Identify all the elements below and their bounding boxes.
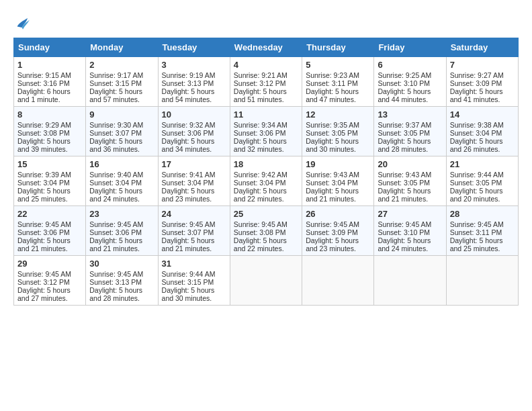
daylight: Daylight: 5 hours and 51 minutes. xyxy=(234,87,287,103)
daylight: Daylight: 5 hours and 36 minutes. xyxy=(89,137,142,153)
day-number: 14 xyxy=(450,109,515,120)
sunrise: Sunrise: 9:23 AM xyxy=(306,71,359,79)
day-number: 30 xyxy=(89,259,154,269)
sunrise: Sunrise: 9:45 AM xyxy=(89,270,143,278)
sunset: Sunset: 3:12 PM xyxy=(17,278,70,286)
daylight: Daylight: 5 hours and 32 minutes. xyxy=(234,137,287,153)
calendar-cell xyxy=(230,256,302,306)
sunrise: Sunrise: 9:42 AM xyxy=(234,171,287,179)
sunrise: Sunrise: 9:44 AM xyxy=(162,270,216,278)
sunset: Sunset: 3:06 PM xyxy=(89,228,142,236)
day-number: 18 xyxy=(234,159,298,169)
calendar-cell xyxy=(446,256,518,306)
calendar-cell: 17Sunrise: 9:41 AMSunset: 3:04 PMDayligh… xyxy=(158,156,230,206)
sunset: Sunset: 3:16 PM xyxy=(17,79,70,87)
page-header xyxy=(13,13,519,32)
logo-icon xyxy=(13,13,32,32)
sunset: Sunset: 3:09 PM xyxy=(450,79,502,87)
day-number: 12 xyxy=(306,109,370,120)
day-number: 17 xyxy=(162,159,226,169)
calendar-cell: 10Sunrise: 9:32 AMSunset: 3:06 PMDayligh… xyxy=(158,107,230,156)
sunrise: Sunrise: 9:37 AM xyxy=(378,121,431,129)
sunrise: Sunrise: 9:43 AM xyxy=(378,171,431,179)
calendar-cell: 13Sunrise: 9:37 AMSunset: 3:05 PMDayligh… xyxy=(374,107,446,156)
calendar-cell: 5Sunrise: 9:23 AMSunset: 3:11 PMDaylight… xyxy=(302,57,374,107)
week-row-3: 15Sunrise: 9:39 AMSunset: 3:04 PMDayligh… xyxy=(14,156,519,206)
sunrise: Sunrise: 9:30 AM xyxy=(89,121,143,129)
sunrise: Sunrise: 9:43 AM xyxy=(306,171,359,179)
sunset: Sunset: 3:10 PM xyxy=(378,79,430,87)
calendar-cell: 29Sunrise: 9:45 AMSunset: 3:12 PMDayligh… xyxy=(14,256,86,306)
daylight: Daylight: 5 hours and 21 minutes. xyxy=(162,236,215,253)
daylight: Daylight: 5 hours and 21 minutes. xyxy=(306,187,359,203)
sunrise: Sunrise: 9:27 AM xyxy=(450,71,504,79)
header-monday: Monday xyxy=(86,38,158,57)
sunrise: Sunrise: 9:45 AM xyxy=(17,220,71,228)
week-row-1: 1Sunrise: 9:15 AMSunset: 3:16 PMDaylight… xyxy=(14,57,519,107)
calendar-cell: 28Sunrise: 9:45 AMSunset: 3:11 PMDayligh… xyxy=(446,206,518,256)
sunrise: Sunrise: 9:25 AM xyxy=(378,71,431,79)
daylight: Daylight: 5 hours and 21 minutes. xyxy=(17,236,71,253)
calendar-cell: 11Sunrise: 9:34 AMSunset: 3:06 PMDayligh… xyxy=(230,107,302,156)
sunset: Sunset: 3:06 PM xyxy=(17,228,70,236)
calendar-cell xyxy=(374,256,446,306)
sunrise: Sunrise: 9:45 AM xyxy=(450,220,504,228)
calendar-cell: 25Sunrise: 9:45 AMSunset: 3:08 PMDayligh… xyxy=(230,206,302,256)
sunset: Sunset: 3:07 PM xyxy=(89,129,142,137)
calendar-cell: 23Sunrise: 9:45 AMSunset: 3:06 PMDayligh… xyxy=(86,206,158,256)
sunset: Sunset: 3:05 PM xyxy=(378,179,430,187)
day-number: 28 xyxy=(450,209,515,219)
sunrise: Sunrise: 9:29 AM xyxy=(17,121,71,129)
calendar-cell: 27Sunrise: 9:45 AMSunset: 3:10 PMDayligh… xyxy=(374,206,446,256)
sunrise: Sunrise: 9:35 AM xyxy=(306,121,359,129)
sunrise: Sunrise: 9:41 AM xyxy=(162,171,216,179)
day-number: 13 xyxy=(378,109,442,120)
sunrise: Sunrise: 9:38 AM xyxy=(450,121,504,129)
header-friday: Friday xyxy=(374,38,446,57)
daylight: Daylight: 5 hours and 21 minutes. xyxy=(89,236,142,253)
daylight: Daylight: 5 hours and 54 minutes. xyxy=(162,87,215,103)
calendar-cell: 21Sunrise: 9:44 AMSunset: 3:05 PMDayligh… xyxy=(446,156,518,206)
calendar-cell: 1Sunrise: 9:15 AMSunset: 3:16 PMDaylight… xyxy=(14,57,86,107)
sunset: Sunset: 3:12 PM xyxy=(234,79,286,87)
calendar-cell: 7Sunrise: 9:27 AMSunset: 3:09 PMDaylight… xyxy=(446,57,518,107)
header-thursday: Thursday xyxy=(302,38,374,57)
sunset: Sunset: 3:04 PM xyxy=(17,179,70,187)
day-number: 2 xyxy=(89,60,154,70)
day-number: 19 xyxy=(306,159,370,169)
day-number: 29 xyxy=(17,259,82,269)
daylight: Daylight: 5 hours and 57 minutes. xyxy=(89,87,142,103)
daylight: Daylight: 5 hours and 44 minutes. xyxy=(378,87,431,103)
calendar-cell: 12Sunrise: 9:35 AMSunset: 3:05 PMDayligh… xyxy=(302,107,374,156)
day-number: 5 xyxy=(306,60,370,70)
sunrise: Sunrise: 9:34 AM xyxy=(234,121,287,129)
day-number: 6 xyxy=(378,60,442,70)
sunrise: Sunrise: 9:45 AM xyxy=(306,220,359,228)
daylight: Daylight: 5 hours and 24 minutes. xyxy=(378,236,431,253)
calendar-cell: 4Sunrise: 9:21 AMSunset: 3:12 PMDaylight… xyxy=(230,57,302,107)
calendar-cell: 22Sunrise: 9:45 AMSunset: 3:06 PMDayligh… xyxy=(14,206,86,256)
daylight: Daylight: 5 hours and 26 minutes. xyxy=(450,137,503,153)
calendar-cell: 16Sunrise: 9:40 AMSunset: 3:04 PMDayligh… xyxy=(86,156,158,206)
day-number: 7 xyxy=(450,60,515,70)
daylight: Daylight: 5 hours and 28 minutes. xyxy=(378,137,431,153)
sunrise: Sunrise: 9:21 AM xyxy=(234,71,287,79)
calendar-cell xyxy=(302,256,374,306)
sunset: Sunset: 3:06 PM xyxy=(162,129,214,137)
sunrise: Sunrise: 9:19 AM xyxy=(162,71,216,79)
day-number: 21 xyxy=(450,159,515,169)
day-number: 4 xyxy=(234,60,298,70)
day-number: 22 xyxy=(17,209,82,219)
daylight: Daylight: 5 hours and 22 minutes. xyxy=(234,187,287,203)
calendar-cell: 19Sunrise: 9:43 AMSunset: 3:04 PMDayligh… xyxy=(302,156,374,206)
day-number: 11 xyxy=(234,109,298,120)
sunrise: Sunrise: 9:45 AM xyxy=(162,220,216,228)
sunrise: Sunrise: 9:45 AM xyxy=(17,270,71,278)
sunset: Sunset: 3:15 PM xyxy=(89,79,142,87)
header-tuesday: Tuesday xyxy=(158,38,230,57)
calendar-cell: 30Sunrise: 9:45 AMSunset: 3:13 PMDayligh… xyxy=(86,256,158,306)
day-number: 9 xyxy=(89,109,154,120)
sunset: Sunset: 3:05 PM xyxy=(378,129,430,137)
sunrise: Sunrise: 9:17 AM xyxy=(89,71,143,79)
sunrise: Sunrise: 9:45 AM xyxy=(234,220,287,228)
